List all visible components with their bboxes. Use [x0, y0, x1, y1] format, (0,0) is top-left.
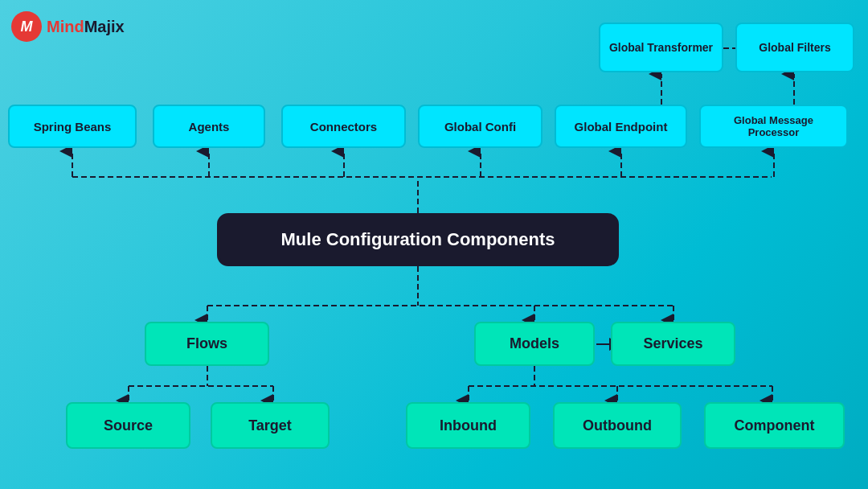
global-confi-box: Global Confi — [418, 105, 542, 148]
global-endpoint-box: Global Endpoint — [555, 105, 687, 148]
logo-text: MindMajix — [47, 18, 125, 36]
logo: M MindMajix — [11, 11, 125, 42]
component-box: Component — [704, 402, 845, 449]
connectors-box: Connectors — [281, 105, 406, 148]
models-box: Models — [474, 322, 595, 366]
services-box: Services — [611, 322, 735, 366]
agents-box: Agents — [153, 105, 265, 148]
global-filters-box: Global Filters — [735, 23, 854, 72]
global-transformer-box: Global Transformer — [599, 23, 723, 72]
target-box: Target — [211, 402, 330, 449]
source-box: Source — [66, 402, 190, 449]
main-config-box: Mule Configuration Components — [217, 213, 619, 266]
flows-box: Flows — [145, 322, 269, 366]
inbound-box: Inbound — [406, 402, 530, 449]
global-message-processor-box: Global Message Processor — [699, 105, 848, 148]
logo-icon: M — [11, 11, 42, 42]
spring-beans-box: Spring Beans — [8, 105, 137, 148]
outbound-box: Outbound — [553, 402, 682, 449]
